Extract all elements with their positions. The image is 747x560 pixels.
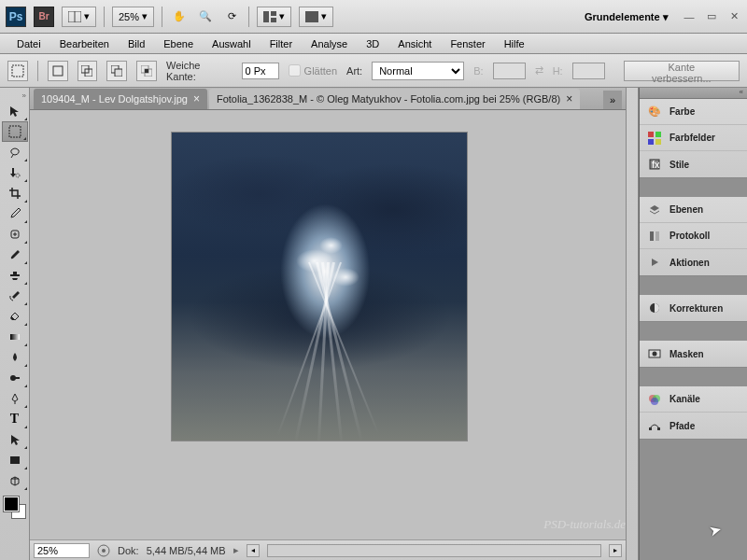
menu-ebene[interactable]: Ebene xyxy=(154,35,203,52)
svg-rect-39 xyxy=(649,427,652,430)
canvas-viewport[interactable] xyxy=(30,110,626,539)
antialias-checkbox: Glätten xyxy=(289,64,337,77)
menu-filter[interactable]: Filter xyxy=(261,35,302,52)
panel-farbe[interactable]: 🎨 Farbe xyxy=(640,99,747,125)
watermark-text: PSD-tutorials.de xyxy=(543,517,626,532)
marquee-tool[interactable] xyxy=(2,121,28,142)
brush-tool[interactable] xyxy=(2,245,28,265)
panel-aktionen[interactable]: Aktionen xyxy=(640,249,747,275)
panel-stile[interactable]: fx Stile xyxy=(640,151,747,177)
panel-masken[interactable]: Masken xyxy=(640,341,747,367)
panel-kanaele[interactable]: Kanäle xyxy=(640,386,747,413)
svg-rect-2 xyxy=(263,11,269,22)
panel-korrekturen[interactable]: Korrekturen xyxy=(640,295,747,321)
svg-rect-4 xyxy=(271,18,276,22)
move-tool[interactable] xyxy=(2,101,28,121)
arrange-icon xyxy=(263,11,276,22)
menu-bild[interactable]: Bild xyxy=(119,35,154,52)
svg-rect-31 xyxy=(655,231,659,241)
rotate-view-icon[interactable]: ⟳ xyxy=(222,7,241,26)
zoom-input[interactable] xyxy=(34,543,90,558)
bridge-logo-icon[interactable]: Br xyxy=(34,7,54,27)
status-bar: Dok: 5,44 MB/5,44 MB ▸ ◂ ▸ xyxy=(30,539,626,560)
pen-tool[interactable] xyxy=(2,388,28,409)
style-select[interactable]: Normal xyxy=(372,62,464,80)
minimize-button[interactable]: — xyxy=(682,9,697,24)
document-tab[interactable]: 109404_M - Lev Dolgatshjov.jpg × xyxy=(34,89,207,109)
height-input xyxy=(572,63,605,79)
screen-mode-dropdown[interactable]: ▾ xyxy=(299,7,333,27)
canvas-image[interactable] xyxy=(172,133,467,441)
lasso-tool[interactable] xyxy=(2,142,28,162)
3d-tool[interactable] xyxy=(2,470,28,491)
shape-tool[interactable] xyxy=(2,450,28,470)
clone-stamp-tool[interactable] xyxy=(2,265,28,286)
menu-hilfe[interactable]: Hilfe xyxy=(495,35,534,52)
menu-bearbeiten[interactable]: Bearbeiten xyxy=(50,35,119,52)
selection-intersect-button[interactable] xyxy=(136,61,157,81)
type-tool[interactable]: T xyxy=(2,409,28,429)
zoom-level-label: 25% xyxy=(119,11,139,22)
arrange-docs-dropdown[interactable]: ▾ xyxy=(257,7,291,27)
healing-brush-tool[interactable] xyxy=(2,224,28,245)
blur-tool[interactable] xyxy=(2,347,28,368)
horizontal-scrollbar[interactable] xyxy=(267,544,601,557)
quick-select-tool[interactable] xyxy=(2,162,28,183)
zoom-tool-icon[interactable]: 🔍 xyxy=(196,7,215,26)
selection-new-button[interactable] xyxy=(48,61,68,81)
menubar: Datei Bearbeiten Bild Ebene Auswahl Filt… xyxy=(0,34,747,54)
workspace-switcher[interactable]: Grundelemente ▾ xyxy=(579,10,674,23)
close-icon[interactable]: × xyxy=(193,92,200,105)
feather-input[interactable] xyxy=(242,63,279,79)
panel-farbfelder[interactable]: Farbfelder xyxy=(640,125,747,151)
panel-ebenen[interactable]: Ebenen xyxy=(640,197,747,223)
panel-group-adjust: Korrekturen xyxy=(640,295,747,322)
close-button[interactable]: ✕ xyxy=(726,9,741,24)
selection-add-button[interactable] xyxy=(78,61,98,81)
vertical-scrollbar-strip[interactable] xyxy=(626,88,639,560)
document-tabbar: 109404_M - Lev Dolgatshjov.jpg × Fotolia… xyxy=(30,88,626,110)
svg-rect-27 xyxy=(655,139,661,145)
panel-group-color: 🎨 Farbe Farbfelder fx Stile xyxy=(640,99,747,178)
scroll-left-button[interactable]: ◂ xyxy=(247,544,260,557)
path-select-tool[interactable] xyxy=(2,429,28,450)
panel-pfade[interactable]: Pfade xyxy=(640,413,747,439)
eraser-tool[interactable] xyxy=(2,306,28,327)
menu-auswahl[interactable]: Auswahl xyxy=(203,35,261,52)
dodge-tool[interactable] xyxy=(2,368,28,388)
refine-edge-button[interactable]: Kante verbessern... xyxy=(624,61,740,81)
tab-overflow-button[interactable]: » xyxy=(603,91,622,109)
close-icon[interactable]: × xyxy=(566,92,572,105)
menu-ansicht[interactable]: Ansicht xyxy=(388,35,441,52)
selection-subtract-button[interactable] xyxy=(106,61,127,81)
svg-rect-25 xyxy=(655,132,661,137)
menu-3d[interactable]: 3D xyxy=(357,35,388,52)
color-swatches[interactable] xyxy=(4,497,26,519)
maximize-button[interactable]: ▭ xyxy=(704,9,719,24)
svg-point-16 xyxy=(16,174,20,177)
svg-rect-21 xyxy=(10,456,20,464)
menu-analyse[interactable]: Analyse xyxy=(302,35,357,52)
crop-tool[interactable] xyxy=(2,183,28,203)
current-tool-preset[interactable] xyxy=(7,61,28,81)
status-info-icon[interactable] xyxy=(97,544,110,557)
gradient-tool[interactable] xyxy=(2,327,28,347)
styles-icon: fx xyxy=(647,157,662,172)
chevron-right-icon[interactable]: ▸ xyxy=(233,544,239,556)
document-area: 109404_M - Lev Dolgatshjov.jpg × Fotolia… xyxy=(30,88,626,560)
menu-datei[interactable]: Datei xyxy=(7,35,50,52)
toolbox-collapse-icon[interactable]: » xyxy=(0,91,29,101)
foreground-color-swatch[interactable] xyxy=(4,497,19,511)
scroll-right-button[interactable]: ▸ xyxy=(609,544,622,557)
hand-tool-icon[interactable]: ✋ xyxy=(170,7,189,26)
document-tab[interactable]: Fotolia_1362838_M - © Oleg Matyukhov - F… xyxy=(209,89,580,109)
panel-protokoll[interactable]: Protokoll xyxy=(640,223,747,249)
eyedropper-tool[interactable] xyxy=(2,203,28,224)
view-mode-dropdown[interactable]: ▾ xyxy=(62,7,96,27)
dock-collapse-icon[interactable]: « xyxy=(640,88,747,99)
svg-rect-15 xyxy=(9,126,21,137)
zoom-level-dropdown[interactable]: 25% ▾ xyxy=(112,7,154,27)
toolbox: » T xyxy=(0,88,30,560)
history-brush-tool[interactable] xyxy=(2,286,28,306)
menu-fenster[interactable]: Fenster xyxy=(441,35,494,52)
